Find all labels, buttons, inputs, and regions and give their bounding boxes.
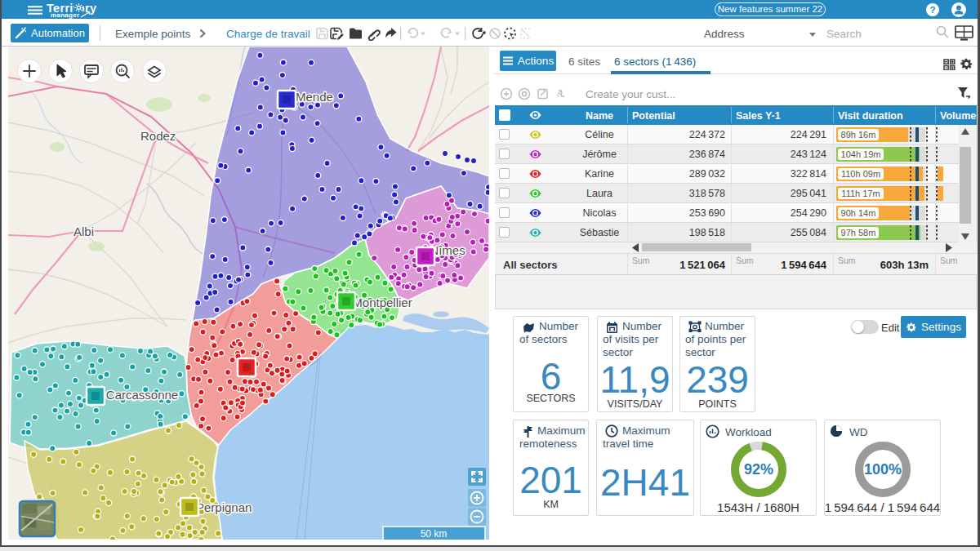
svg-text:?: ?: [929, 5, 935, 15]
svg-text:Carcassonne: Carcassonne: [106, 388, 178, 402]
svg-text:Montpellier: Montpellier: [352, 295, 412, 309]
svg-text:Mende: Mende: [296, 90, 333, 104]
svg-text:Perpignan: Perpignan: [196, 500, 252, 514]
svg-text:50 km: 50 km: [421, 528, 448, 540]
svg-text:Albi: Albi: [74, 224, 94, 238]
svg-text:Rodez: Rodez: [140, 129, 176, 143]
